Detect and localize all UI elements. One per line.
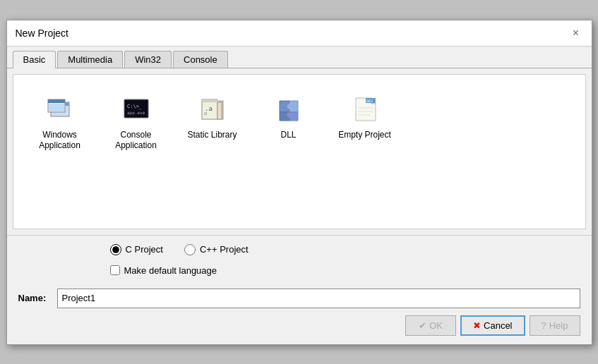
- cpp-project-label: C++ Project: [200, 244, 249, 255]
- name-input[interactable]: [57, 289, 580, 308]
- default-language-row: Make default language: [96, 265, 217, 276]
- bottom-section: C Project C++ Project Make default langu…: [7, 235, 592, 344]
- tab-basic[interactable]: Basic: [13, 51, 56, 68]
- project-type-empty[interactable]: DEV Empty Project: [330, 86, 400, 147]
- help-icon: ?: [542, 320, 546, 331]
- help-label: Help: [549, 320, 568, 331]
- help-button[interactable]: ? Help: [530, 315, 580, 336]
- dialog-title: New Project: [16, 28, 68, 39]
- language-radio-group: C Project C++ Project: [96, 244, 249, 255]
- cancel-button[interactable]: ✖ Cancel: [460, 315, 525, 336]
- project-type-dll[interactable]: DLL: [253, 86, 324, 147]
- project-type-static-lib[interactable]: .a α Static Library: [177, 86, 248, 147]
- new-project-dialog: New Project × Basic Multimedia Win32 Con…: [6, 20, 592, 345]
- dll-icon: [272, 92, 306, 126]
- svg-text:app.exe: app.exe: [127, 110, 145, 116]
- tab-console[interactable]: Console: [173, 51, 228, 68]
- ok-icon: ✔: [419, 320, 426, 331]
- svg-text:C:\>_: C:\>_: [127, 104, 143, 109]
- cancel-icon: ✖: [473, 320, 481, 331]
- name-row: Name:: [18, 289, 580, 308]
- tab-win32[interactable]: Win32: [124, 51, 172, 68]
- name-label: Name:: [18, 293, 50, 303]
- svg-text:DEV: DEV: [366, 99, 373, 103]
- svg-rect-3: [48, 99, 65, 103]
- title-bar: New Project ×: [7, 20, 592, 47]
- ok-label: OK: [429, 320, 443, 331]
- c-project-label: C Project: [126, 244, 163, 255]
- c-project-option[interactable]: C Project: [110, 244, 163, 255]
- project-type-windows-app[interactable]: WindowsApplication: [25, 86, 95, 157]
- console-app-label: ConsoleApplication: [115, 130, 157, 152]
- project-type-area: WindowsApplication C:\>_ app.exe Console…: [13, 74, 586, 229]
- dll-label: DLL: [280, 130, 296, 141]
- cancel-label: Cancel: [484, 320, 512, 331]
- options-row: C Project C++ Project Make default langu…: [18, 244, 580, 283]
- empty-project-icon: DEV: [348, 92, 382, 126]
- language-options: C Project C++ Project Make default langu…: [75, 244, 580, 283]
- static-lib-label: Static Library: [187, 130, 237, 141]
- c-project-radio[interactable]: [110, 244, 121, 255]
- static-lib-icon: .a α: [196, 92, 229, 126]
- empty-project-label: Empty Project: [338, 130, 391, 141]
- console-app-icon: C:\>_ app.exe: [119, 92, 153, 126]
- button-row: ✔ OK ✖ Cancel ? Help: [18, 315, 580, 336]
- project-type-console-app[interactable]: C:\>_ app.exe ConsoleApplication: [101, 86, 172, 157]
- svg-rect-4: [49, 104, 64, 111]
- cpp-project-radio[interactable]: [184, 244, 196, 255]
- svg-rect-10: [202, 99, 217, 102]
- make-default-checkbox[interactable]: [110, 265, 120, 275]
- svg-rect-14: [217, 102, 222, 119]
- windows-app-label: WindowsApplication: [39, 130, 80, 152]
- close-button[interactable]: ×: [569, 26, 583, 40]
- ok-button[interactable]: ✔ OK: [405, 315, 456, 336]
- cpp-project-option[interactable]: C++ Project: [184, 244, 249, 255]
- tab-bar: Basic Multimedia Win32 Console: [7, 47, 592, 68]
- make-default-label: Make default language: [124, 265, 217, 276]
- tab-multimedia[interactable]: Multimedia: [57, 51, 123, 68]
- windows-app-icon: [43, 92, 77, 126]
